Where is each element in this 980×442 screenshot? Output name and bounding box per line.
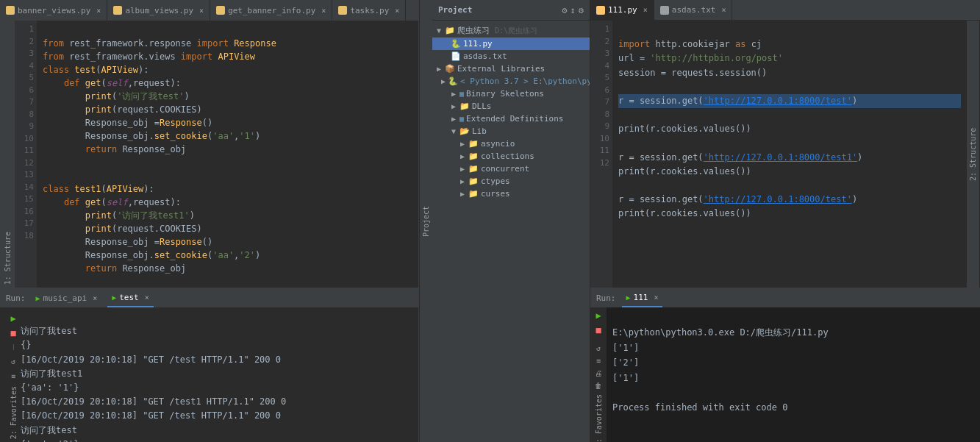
run-tab-music-api[interactable]: ▶ music_api × bbox=[32, 288, 102, 307]
right-run-content: ▶ ■ ↺ ≡ 🖨 🗑 2: Favorites E:\python\pytho… bbox=[590, 307, 980, 442]
tree-item-111py[interactable]: 🐍 111.py bbox=[432, 38, 590, 50]
output-line-3: [16/Oct/2019 20:10:18] "GET /test HTTP/1… bbox=[21, 354, 281, 365]
project-vertical-label[interactable]: Project bbox=[419, 0, 432, 442]
py-file-icon bbox=[113, 6, 122, 15]
tree-item-binary-skeletons[interactable]: ▶ ▦ Binary Skeletons bbox=[432, 88, 590, 100]
arrow-icon: ▶ bbox=[450, 102, 457, 110]
folder-ctypes-icon: 📁 bbox=[468, 177, 479, 186]
right-output-line-2: ['1'] bbox=[612, 343, 639, 353]
tree-item-asyncio[interactable]: ▶ 📁 asyncio bbox=[432, 138, 590, 150]
structure-label-left[interactable]: 1: Structure bbox=[4, 232, 12, 285]
tree-label-ctypes: ctypes bbox=[481, 177, 510, 186]
py-file-icon bbox=[216, 6, 225, 15]
tree-label-extended-defs: Extended Definitions bbox=[466, 114, 563, 124]
py-file-icon bbox=[6, 6, 15, 15]
divider bbox=[13, 344, 14, 350]
tree-item-ctypes[interactable]: ▶ 📁 ctypes bbox=[432, 175, 590, 188]
run-stop-btn-right[interactable]: ■ bbox=[593, 325, 604, 335]
project-sidebar: Project ⚙ ↕ ⚙ ▼ 📁 爬虫练习 D:\爬虫练习 🐍 111.py bbox=[432, 0, 590, 442]
structure-bottom-left: 2: Favorites bbox=[10, 386, 18, 439]
run-tab-test[interactable]: ▶ test × bbox=[107, 288, 154, 307]
run-print-btn-right[interactable]: 🖨 bbox=[593, 369, 604, 377]
output-line-2: {} bbox=[21, 340, 31, 350]
tree-item-concurrent[interactable]: ▶ 📁 concurrent bbox=[432, 163, 590, 175]
run-tab-111[interactable]: ▶ 111 × bbox=[622, 288, 663, 307]
close-icon[interactable]: × bbox=[643, 6, 648, 14]
py-icon: 🐍 bbox=[451, 39, 461, 49]
right-run-panel: Run: ▶ 111 × ▶ ■ ↺ ≡ 🖨 🗑 2: Favor bbox=[590, 288, 980, 442]
project-icon-2[interactable]: ↕ bbox=[571, 5, 576, 15]
output-line-1: 访问了我test bbox=[21, 326, 77, 336]
close-icon[interactable]: × bbox=[96, 7, 101, 15]
close-icon[interactable]: × bbox=[199, 7, 204, 15]
right-output-line-4: ['1'] bbox=[612, 373, 639, 383]
run-play-button[interactable]: ▶ bbox=[8, 313, 18, 324]
project-header: Project ⚙ ↕ ⚙ bbox=[432, 0, 590, 21]
tab-111py[interactable]: 111.py × bbox=[590, 0, 654, 21]
tree-item-collections[interactable]: ▶ 📁 collections bbox=[432, 150, 590, 163]
editor-panel: 111.py × asdas.txt × 1234 5678 9101112 i… bbox=[590, 0, 980, 442]
tab-asdasTxt[interactable]: asdas.txt × bbox=[654, 0, 733, 21]
tree-item-python37[interactable]: ▶ 🐍 < Python 3.7 > E:\python\python3 bbox=[432, 75, 590, 88]
favorites-label-right[interactable]: 2: Favorites bbox=[595, 394, 603, 442]
output-line-7: [16/Oct/2019 20:10:18] "GET /test HTTP/1… bbox=[21, 410, 281, 421]
tree-label-lib: Lib bbox=[472, 126, 487, 136]
right-panel: Project Project ⚙ ↕ ⚙ ▼ 📁 爬虫练习 D:\爬虫练习 🐍 bbox=[419, 0, 980, 442]
tree-item-asdasTxt[interactable]: 📄 asdas.txt bbox=[432, 50, 590, 63]
run-icon-music: ▶ bbox=[36, 294, 40, 302]
tree-item-curses[interactable]: ▶ 📁 curses bbox=[432, 188, 590, 200]
right-output-line-1: E:\python\python3.0.exe D:/爬虫练习/111.py bbox=[612, 327, 829, 338]
arrow-icon: ▶ bbox=[441, 77, 446, 85]
structure-vert-right[interactable]: 2: Structure bbox=[967, 21, 980, 288]
tree-item-extended-defs[interactable]: ▶ ▦ Extended Definitions bbox=[432, 113, 590, 125]
tab-tasks[interactable]: tasks.py × bbox=[332, 0, 406, 21]
txt-icon: 📄 bbox=[451, 51, 461, 61]
close-icon[interactable]: × bbox=[721, 6, 726, 14]
run-play-btn-right[interactable]: ▶ bbox=[593, 310, 604, 321]
run-rerun-btn-right[interactable]: ↺ bbox=[593, 344, 604, 352]
right-run-output: E:\python\python3.0.exe D:/爬虫练习/111.py [… bbox=[607, 307, 980, 442]
run-icon-test: ▶ bbox=[112, 293, 116, 302]
tab-get-banner-info[interactable]: get_banner_info.py × bbox=[210, 0, 332, 21]
tab-album-views[interactable]: album_views.py × bbox=[107, 0, 210, 21]
close-icon[interactable]: × bbox=[395, 7, 399, 15]
close-icon[interactable]: × bbox=[321, 7, 326, 15]
folder-lib-icon: 📂 bbox=[459, 126, 470, 136]
left-run-tab-bar: Run: ▶ music_api × ▶ test × bbox=[0, 288, 418, 307]
left-code-content[interactable]: from rest_framework.response import Resp… bbox=[37, 21, 418, 288]
folder-curses-icon: 📁 bbox=[468, 189, 479, 199]
tab-banner-views[interactable]: banner_views.py × bbox=[0, 0, 107, 21]
favorites-label-left[interactable]: 2: Favorites bbox=[10, 386, 18, 439]
folder-dlls-icon: 📁 bbox=[459, 101, 470, 111]
tree-label-111py: 111.py bbox=[463, 39, 493, 49]
close-icon[interactable]: × bbox=[654, 293, 658, 302]
tree-item-external-libs[interactable]: ▶ 📦 External Libraries bbox=[432, 63, 590, 75]
project-icon-3[interactable]: ⚙ bbox=[579, 5, 584, 15]
right-output-line-6: Process finished with exit code 0 bbox=[612, 402, 787, 413]
project-icon-1[interactable]: ⚙ bbox=[562, 5, 567, 15]
arrow-icon: ▶ bbox=[450, 90, 457, 98]
tree-label-curses: curses bbox=[481, 189, 510, 199]
run-stop-button[interactable]: ■ bbox=[8, 328, 18, 338]
output-line-9: {'aa': '2'} bbox=[21, 439, 79, 442]
line-numbers-left: 12345 678910 1112131415 161718 bbox=[15, 21, 37, 288]
run-rerun-button[interactable]: ↺ bbox=[8, 356, 18, 366]
close-icon[interactable]: × bbox=[93, 294, 97, 302]
py-file-icon bbox=[596, 6, 605, 15]
close-icon[interactable]: × bbox=[145, 293, 149, 302]
favorites-bottom-right: 2: Favorites bbox=[595, 394, 603, 442]
tree-item-lib[interactable]: ▼ 📂 Lib bbox=[432, 125, 590, 138]
editor-code-content[interactable]: import http.cookiejar as cj url = 'http:… bbox=[612, 21, 967, 288]
run-scroll-button[interactable]: ≡ bbox=[8, 371, 18, 381]
folder-icon: 📁 bbox=[445, 26, 455, 35]
tree-root[interactable]: ▼ 📁 爬虫练习 D:\爬虫练习 bbox=[432, 24, 590, 38]
tree-item-dlls[interactable]: ▶ 📁 DLLs bbox=[432, 100, 590, 113]
right-run-tab-bar: Run: ▶ 111 × bbox=[590, 288, 980, 307]
left-code-area: 1: Structure 12345 678910 1112131415 161… bbox=[0, 21, 418, 288]
arrow-icon: ▶ bbox=[435, 65, 443, 73]
libs-icon: 📦 bbox=[445, 64, 455, 74]
editor-line-numbers: 1234 5678 9101112 bbox=[590, 21, 612, 288]
left-run-content: ▶ ■ ↺ ≡ 2: Favorites 访问了我test {} [16/Oct… bbox=[0, 307, 418, 442]
run-scroll-btn-right[interactable]: ≡ bbox=[593, 357, 604, 365]
run-delete-btn-right[interactable]: 🗑 bbox=[593, 382, 604, 390]
